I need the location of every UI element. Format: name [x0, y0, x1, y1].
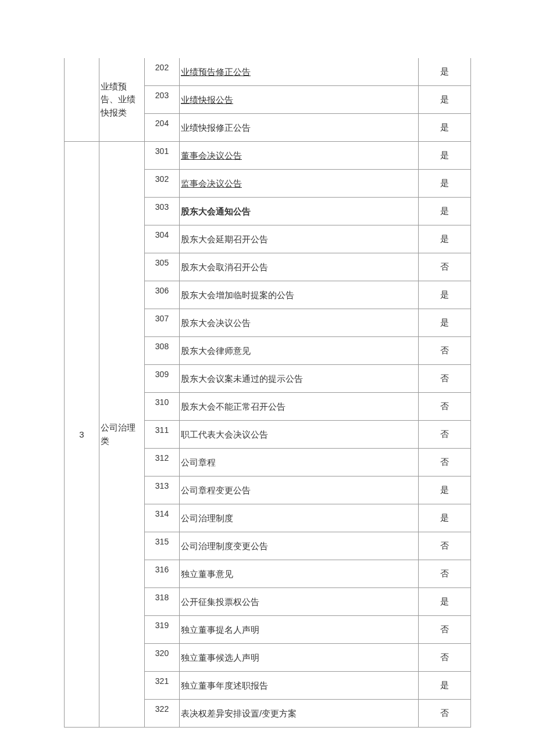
name-text: 董事会决议公告 — [181, 151, 242, 160]
yesno-cell: 是 — [419, 170, 471, 198]
group-index-cell — [65, 58, 99, 142]
name-cell: 职工代表大会决议公告 — [180, 421, 419, 449]
yesno-cell: 否 — [419, 532, 471, 560]
code-cell: 307 — [145, 309, 180, 337]
name-cell: 股东大会不能正常召开公告 — [180, 393, 419, 421]
code-cell: 320 — [145, 644, 180, 672]
name-cell: 公司治理制度 — [180, 504, 419, 532]
name-cell: 独立董事年度述职报告 — [180, 672, 419, 700]
code-cell: 303 — [145, 198, 180, 225]
name-text: 监事会决议公告 — [181, 178, 242, 188]
code-cell: 306 — [145, 281, 180, 309]
name-cell: 股东大会律师意见 — [180, 337, 419, 365]
name-cell: 股东大会通知公告 — [180, 198, 419, 225]
yesno-cell: 是 — [419, 281, 471, 309]
yesno-cell: 是 — [419, 672, 471, 700]
name-text: 业绩预告修正公告 — [181, 67, 251, 77]
name-cell: 公开征集投票权公告 — [180, 588, 419, 616]
name-cell: 公司治理制度变更公告 — [180, 532, 419, 560]
code-cell: 322 — [145, 700, 180, 728]
announcement-table: 业绩预告、业绩快报类202业绩预告修正公告是203业绩快报公告是204业绩快报修… — [64, 58, 471, 728]
name-cell: 独立董事提名人声明 — [180, 616, 419, 644]
yesno-cell: 是 — [419, 504, 471, 532]
name-cell: 业绩快报公告 — [180, 86, 419, 114]
name-text: 股东大会取消召开公告 — [181, 262, 268, 272]
name-text: 公司治理制度 — [181, 513, 233, 523]
name-text: 股东大会通知公告 — [181, 206, 251, 216]
code-cell: 203 — [145, 86, 180, 114]
code-cell: 318 — [145, 588, 180, 616]
yesno-cell: 否 — [419, 421, 471, 449]
code-cell: 314 — [145, 504, 180, 532]
yesno-cell: 否 — [419, 449, 471, 476]
yesno-cell: 否 — [419, 365, 471, 393]
name-text: 公司章程变更公告 — [181, 485, 251, 495]
name-text: 股东大会议案未通过的提示公告 — [181, 374, 303, 384]
yesno-cell: 是 — [419, 114, 471, 142]
code-cell: 304 — [145, 225, 180, 253]
yesno-cell: 否 — [419, 700, 471, 728]
name-text: 股东大会延期召开公告 — [181, 234, 268, 244]
code-cell: 313 — [145, 476, 180, 504]
name-text: 独立董事意见 — [181, 569, 233, 579]
name-text: 股东大会不能正常召开公告 — [181, 402, 286, 411]
code-cell: 302 — [145, 170, 180, 198]
name-cell: 公司章程变更公告 — [180, 476, 419, 504]
name-text: 业绩快报修正公告 — [181, 123, 251, 132]
name-cell: 股东大会延期召开公告 — [180, 225, 419, 253]
yesno-cell: 否 — [419, 644, 471, 672]
code-cell: 301 — [145, 142, 180, 170]
name-text: 股东大会决议公告 — [181, 318, 251, 328]
name-cell: 监事会决议公告 — [180, 170, 419, 198]
name-text: 职工代表大会决议公告 — [181, 429, 268, 439]
name-cell: 业绩预告修正公告 — [180, 58, 419, 86]
name-cell: 业绩快报修正公告 — [180, 114, 419, 142]
code-cell: 319 — [145, 616, 180, 644]
name-text: 表决权差异安排设置/变更方案 — [181, 708, 297, 718]
name-text: 公司治理制度变更公告 — [181, 541, 268, 551]
name-cell: 独立董事候选人声明 — [180, 644, 419, 672]
yesno-cell: 是 — [419, 86, 471, 114]
code-cell: 204 — [145, 114, 180, 142]
name-cell: 股东大会决议公告 — [180, 309, 419, 337]
name-text: 业绩快报公告 — [181, 95, 233, 105]
code-cell: 321 — [145, 672, 180, 700]
yesno-cell: 是 — [419, 142, 471, 170]
code-cell: 202 — [145, 58, 180, 86]
code-cell: 315 — [145, 532, 180, 560]
name-cell: 表决权差异安排设置/变更方案 — [180, 700, 419, 728]
name-text: 独立董事候选人声明 — [181, 653, 259, 662]
table-row: 业绩预告、业绩快报类202业绩预告修正公告是 — [65, 58, 471, 86]
code-cell: 308 — [145, 337, 180, 365]
table-row: 3公司治理类301董事会决议公告是 — [65, 142, 471, 170]
yesno-cell: 是 — [419, 225, 471, 253]
name-cell: 独立董事意见 — [180, 560, 419, 588]
code-cell: 305 — [145, 253, 180, 281]
yesno-cell: 是 — [419, 198, 471, 225]
name-cell: 股东大会议案未通过的提示公告 — [180, 365, 419, 393]
group-index-cell: 3 — [65, 142, 99, 728]
yesno-cell: 是 — [419, 588, 471, 616]
name-cell: 股东大会增加临时提案的公告 — [180, 281, 419, 309]
yesno-cell: 否 — [419, 253, 471, 281]
group-category-cell: 业绩预告、业绩快报类 — [99, 58, 145, 142]
code-cell: 309 — [145, 365, 180, 393]
name-cell: 公司章程 — [180, 449, 419, 476]
code-cell: 316 — [145, 560, 180, 588]
yesno-cell: 是 — [419, 309, 471, 337]
code-cell: 311 — [145, 421, 180, 449]
group-category-cell: 公司治理类 — [99, 142, 145, 728]
name-cell: 董事会决议公告 — [180, 142, 419, 170]
name-text: 公开征集投票权公告 — [181, 597, 259, 607]
code-cell: 310 — [145, 393, 180, 421]
name-text: 股东大会增加临时提案的公告 — [181, 290, 294, 300]
code-cell: 312 — [145, 449, 180, 476]
name-text: 独立董事年度述职报告 — [181, 680, 268, 690]
yesno-cell: 否 — [419, 560, 471, 588]
yesno-cell: 是 — [419, 58, 471, 86]
yesno-cell: 否 — [419, 337, 471, 365]
yesno-cell: 是 — [419, 476, 471, 504]
yesno-cell: 否 — [419, 393, 471, 421]
yesno-cell: 否 — [419, 616, 471, 644]
name-text: 股东大会律师意见 — [181, 346, 251, 356]
